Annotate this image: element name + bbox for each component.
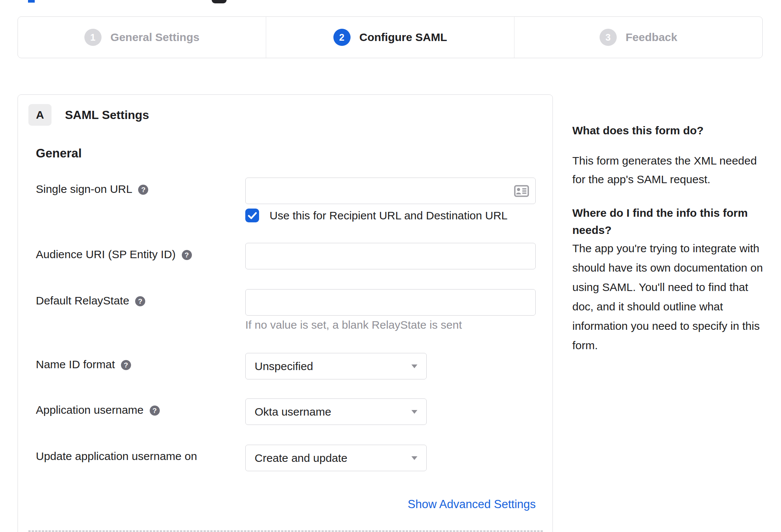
sidebar-paragraph-1: This form generates the XML needed for t… bbox=[572, 151, 765, 189]
sso-url-label: Single sign-on URL bbox=[36, 183, 132, 195]
audience-uri-label: Audience URI (SP Entity ID) bbox=[36, 248, 176, 261]
help-icon[interactable]: ? bbox=[138, 185, 148, 195]
step-configure-saml[interactable]: 2 Configure SAML bbox=[266, 17, 514, 58]
update-username-row: Update application username on Create an… bbox=[36, 445, 427, 471]
show-advanced-settings-link[interactable]: Show Advanced Settings bbox=[245, 498, 536, 511]
audience-uri-label-wrap: Audience URI (SP Entity ID) ? bbox=[36, 243, 245, 261]
application-username-row: Application username ? Okta username bbox=[36, 398, 427, 425]
sidebar-heading-1: What does this form do? bbox=[572, 123, 765, 138]
relaystate-hint: If no value is set, a blank RelayState i… bbox=[245, 319, 462, 331]
section-a-badge: A bbox=[28, 104, 52, 126]
step-3-circle: 3 bbox=[600, 29, 617, 46]
name-id-format-row: Name ID format ? Unspecified bbox=[36, 353, 427, 379]
help-icon[interactable]: ? bbox=[182, 250, 192, 260]
step-2-circle: 2 bbox=[333, 29, 351, 46]
step-1-circle: 1 bbox=[84, 29, 102, 46]
name-id-format-label: Name ID format bbox=[36, 358, 115, 371]
default-relaystate-input[interactable] bbox=[245, 289, 536, 316]
sidebar-heading-2: Where do I find the info this form needs… bbox=[572, 204, 765, 239]
checkmark-icon bbox=[248, 212, 257, 219]
chevron-down-icon bbox=[411, 456, 417, 460]
sidebar-paragraph-2: The app you're trying to integrate with … bbox=[572, 239, 765, 355]
step-2-label: Configure SAML bbox=[360, 31, 447, 44]
card-header: A SAML Settings bbox=[28, 104, 149, 126]
recipient-url-checkbox-row: Use this for Recipient URL and Destinati… bbox=[245, 209, 508, 222]
default-relaystate-row: Default RelayState ? bbox=[36, 289, 536, 316]
section-divider bbox=[28, 531, 543, 532]
application-username-label: Application username bbox=[36, 404, 144, 416]
help-icon[interactable]: ? bbox=[135, 296, 145, 306]
sso-url-label-wrap: Single sign-on URL ? bbox=[36, 178, 245, 195]
relaystate-label: Default RelayState bbox=[36, 294, 129, 307]
audience-uri-row: Audience URI (SP Entity ID) ? bbox=[36, 243, 536, 269]
card-title: SAML Settings bbox=[65, 108, 149, 122]
cropped-logo-fragment bbox=[212, 0, 227, 3]
use-for-recipient-destination-checkbox[interactable] bbox=[245, 209, 259, 222]
general-section-heading: General bbox=[36, 146, 82, 160]
update-username-select[interactable]: Create and update bbox=[245, 445, 427, 471]
sso-url-row: Single sign-on URL ? bbox=[36, 178, 536, 204]
step-3-label: Feedback bbox=[626, 31, 677, 44]
application-username-label-wrap: Application username ? bbox=[36, 398, 245, 416]
contact-card-icon bbox=[514, 185, 529, 197]
step-general-settings[interactable]: 1 General Settings bbox=[18, 17, 266, 58]
help-sidebar: What does this form do? This form genera… bbox=[572, 123, 765, 355]
chevron-down-icon bbox=[411, 364, 417, 368]
saml-settings-card: A SAML Settings General Single sign-on U… bbox=[18, 94, 553, 532]
update-username-label-wrap: Update application username on bbox=[36, 445, 245, 463]
name-id-format-value: Unspecified bbox=[255, 360, 313, 373]
name-id-format-label-wrap: Name ID format ? bbox=[36, 353, 245, 371]
audience-uri-input[interactable] bbox=[245, 243, 536, 269]
name-id-format-select[interactable]: Unspecified bbox=[245, 353, 427, 379]
cropped-blue-header-fragment bbox=[28, 0, 35, 3]
single-sign-on-url-input[interactable] bbox=[245, 178, 536, 204]
help-icon[interactable]: ? bbox=[121, 360, 131, 370]
application-username-select[interactable]: Okta username bbox=[245, 398, 427, 425]
step-1-label: General Settings bbox=[111, 31, 199, 44]
update-username-value: Create and update bbox=[255, 452, 348, 464]
chevron-down-icon bbox=[411, 410, 417, 414]
application-username-value: Okta username bbox=[255, 406, 331, 418]
checkbox-label: Use this for Recipient URL and Destinati… bbox=[270, 209, 508, 222]
step-feedback[interactable]: 3 Feedback bbox=[514, 17, 762, 58]
relaystate-label-wrap: Default RelayState ? bbox=[36, 289, 245, 307]
wizard-stepper: 1 General Settings 2 Configure SAML 3 Fe… bbox=[18, 16, 763, 58]
configure-saml-page: 1 General Settings 2 Configure SAML 3 Fe… bbox=[0, 0, 781, 532]
update-username-label: Update application username on bbox=[36, 450, 197, 463]
help-icon[interactable]: ? bbox=[150, 406, 160, 416]
